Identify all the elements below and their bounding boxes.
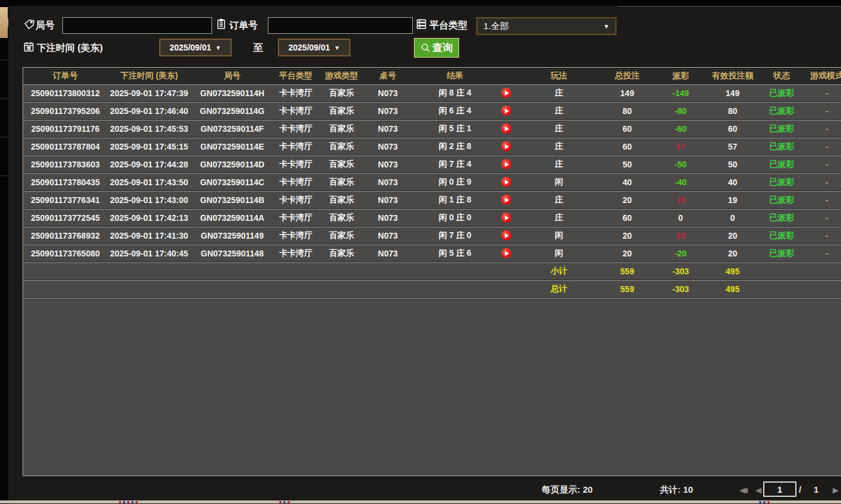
col-header-status: 状态 [764, 71, 799, 81]
cell-game-mode: - [799, 88, 841, 98]
cell-round-id: GN0732590114H [191, 88, 274, 98]
cell-total-bet: 20 [595, 231, 660, 240]
col-header-round-id: 局号 [191, 71, 274, 81]
betting-records-panel: 局号 订单号 平台类型 1.全部 ▼ 下注时间 (美东) 2025/09/01 … [8, 6, 841, 504]
cell-game-type: 百家乐 [318, 123, 365, 134]
video-play-icon[interactable] [501, 88, 511, 98]
cell-round-id: GN0732590114G [191, 106, 274, 116]
cell-order-id: 250901173787804 [23, 142, 108, 151]
total-valid-bet: 495 [701, 284, 764, 294]
cell-platform: 卡卡湾厅 [274, 230, 318, 241]
cell-table-no: N073 [365, 106, 410, 116]
cell-valid-bet: 0 [701, 213, 764, 223]
cell-platform: 卡卡湾厅 [274, 159, 318, 170]
date-to-select[interactable]: 2025/09/01 ▼ [278, 39, 350, 56]
cell-table-no: N073 [365, 213, 410, 223]
order-id-input[interactable] [268, 17, 413, 34]
platform-type-select[interactable]: 1.全部 ▼ [476, 17, 616, 35]
cell-table-no: N073 [365, 160, 410, 169]
video-play-icon[interactable] [501, 123, 511, 134]
subtotal-valid-bet: 495 [701, 267, 764, 276]
platform-type-value: 1.全部 [483, 21, 603, 32]
cell-game-mode: - [799, 160, 841, 169]
cell-game-mode: - [799, 195, 841, 205]
cell-status: 已派彩 [764, 88, 799, 99]
date-from-select[interactable]: 2025/09/01 ▼ [159, 39, 232, 56]
cell-table-no: N073 [365, 231, 410, 240]
query-button[interactable]: 查询 [414, 38, 459, 58]
total-row: 总计 559 -303 495 [23, 280, 841, 297]
video-play-icon[interactable] [501, 230, 511, 240]
cell-bet-type: 庄 [523, 159, 595, 170]
cell-platform: 卡卡湾厅 [274, 177, 318, 188]
date-from-value: 2025/09/01 [170, 43, 211, 52]
col-header-valid-bet: 有效投注额 [701, 71, 764, 81]
cell-order-id: 250901173791176 [23, 124, 108, 134]
cell-payout: 19 [660, 195, 701, 205]
video-play-icon[interactable] [501, 248, 511, 258]
cell-round-id: GN07325901148 [191, 249, 274, 258]
cell-payout: -20 [660, 249, 701, 258]
table-body: 250901173800312 2025-09-01 17:47:39 GN07… [23, 84, 841, 262]
cell-valid-bet: 50 [701, 160, 764, 169]
cell-payout: -50 [660, 160, 701, 169]
cell-order-id: 250901173783603 [23, 160, 108, 169]
cell-result: 闲 1 庄 8 [410, 195, 523, 205]
cell-table-no: N073 [365, 177, 410, 187]
col-header-bet-time: 下注时间 (美东) [108, 71, 191, 81]
cell-bet-type: 闲 [523, 230, 595, 241]
cell-round-id: GN0732590114D [191, 160, 274, 169]
cell-result: 闲 5 庄 1 [410, 123, 523, 134]
cell-valid-bet: 40 [701, 177, 764, 187]
table-row: 250901173780435 2025-09-01 17:43:50 GN07… [23, 173, 841, 191]
table-row: 250901173787804 2025-09-01 17:45:15 GN07… [23, 137, 841, 155]
cell-platform: 卡卡湾厅 [274, 213, 318, 223]
cell-valid-bet: 19 [701, 195, 764, 205]
prev-page-icon[interactable]: ◀ [755, 486, 761, 495]
video-play-icon[interactable] [501, 177, 511, 187]
cell-platform: 卡卡湾厅 [274, 141, 318, 152]
divider [0, 59, 8, 61]
page-total: 1 [814, 484, 818, 495]
cell-total-bet: 20 [595, 195, 660, 205]
cell-platform: 卡卡湾厅 [274, 88, 318, 99]
cell-valid-bet: 20 [701, 249, 764, 258]
page-separator: / [799, 484, 801, 495]
video-play-icon[interactable] [501, 195, 511, 205]
cell-payout: 57 [660, 142, 701, 151]
video-play-icon[interactable] [501, 106, 511, 116]
result-text: 闲 7 庄 4 [410, 159, 499, 170]
cell-game-type: 百家乐 [318, 248, 365, 259]
divider [0, 175, 8, 176]
first-page-icon[interactable]: ◀◀ [739, 486, 744, 495]
next-page-icon[interactable]: ▶ [833, 486, 839, 495]
per-page-text: 每页显示: 20 [542, 484, 593, 496]
cell-game-mode: - [799, 249, 841, 258]
bead-road-fragment [283, 501, 286, 503]
cell-round-id: GN07325901149 [191, 231, 274, 240]
cell-game-type: 百家乐 [318, 177, 365, 188]
result-text: 闲 5 庄 1 [410, 123, 499, 134]
platform-stack-icon [416, 18, 427, 30]
total-payout: -303 [660, 284, 701, 294]
cell-bet-type: 庄 [523, 141, 595, 152]
cell-status: 已派彩 [764, 177, 799, 188]
cell-game-type: 百家乐 [318, 213, 365, 223]
subtotal-row: 小计 559 -303 495 [23, 262, 841, 280]
cell-bet-type: 庄 [523, 213, 595, 223]
result-text: 闲 0 庄 0 [410, 213, 499, 223]
cell-round-id: GN0732590114B [191, 195, 274, 205]
cell-status: 已派彩 [764, 195, 799, 205]
date-to-connector: 至 [253, 40, 263, 56]
video-play-icon[interactable] [501, 213, 511, 223]
cell-payout: -60 [660, 124, 701, 134]
cell-result: 闲 2 庄 8 [410, 141, 523, 152]
video-play-icon[interactable] [501, 141, 511, 151]
cell-platform: 卡卡湾厅 [274, 195, 318, 205]
video-play-icon[interactable] [501, 159, 511, 169]
cell-bet-time: 2025-09-01 17:43:00 [108, 195, 191, 205]
round-id-input[interactable] [62, 17, 212, 34]
cell-total-bet: 50 [595, 160, 660, 169]
page-number-input[interactable] [763, 481, 796, 497]
cell-payout: 0 [660, 213, 701, 223]
